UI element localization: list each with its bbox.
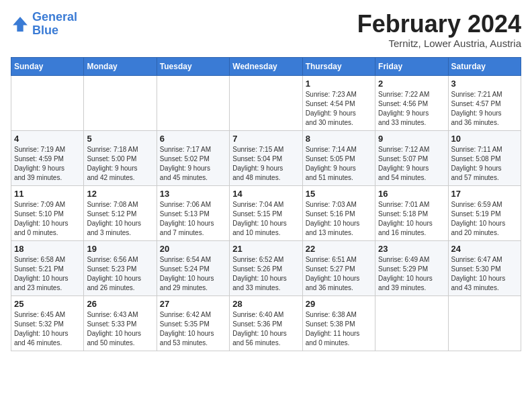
day-number: 23 [378,244,445,254]
day-info: Sunrise: 7:21 AM Sunset: 4:57 PM Dayligh… [451,90,518,128]
day-number: 19 [87,244,153,254]
day-cell [230,75,302,130]
day-cell: 15Sunrise: 7:03 AM Sunset: 5:16 PM Dayli… [302,185,375,240]
logo-text: General Blue [32,11,77,38]
day-info: Sunrise: 7:15 AM Sunset: 5:04 PM Dayligh… [232,145,299,183]
day-cell: 7Sunrise: 7:15 AM Sunset: 5:04 PM Daylig… [230,130,302,185]
day-number: 8 [306,134,372,144]
day-cell: 25Sunrise: 6:45 AM Sunset: 5:32 PM Dayli… [11,295,84,351]
day-number: 3 [451,79,518,89]
day-cell [84,75,157,130]
day-cell: 1Sunrise: 7:23 AM Sunset: 4:54 PM Daylig… [302,75,375,130]
day-cell [157,75,229,130]
day-info: Sunrise: 7:18 AM Sunset: 5:00 PM Dayligh… [87,145,153,183]
calendar-table: SundayMondayTuesdayWednesdayThursdayFrid… [11,57,521,351]
day-cell: 8Sunrise: 7:14 AM Sunset: 5:05 PM Daylig… [302,130,375,185]
week-row-5: 25Sunrise: 6:45 AM Sunset: 5:32 PM Dayli… [11,295,521,351]
day-cell: 20Sunrise: 6:54 AM Sunset: 5:24 PM Dayli… [157,240,229,295]
logo: General Blue [11,11,77,38]
header-cell-wednesday: Wednesday [230,57,302,75]
day-info: Sunrise: 6:58 AM Sunset: 5:21 PM Dayligh… [14,255,81,293]
day-cell: 14Sunrise: 7:04 AM Sunset: 5:15 PM Dayli… [230,185,302,240]
day-cell: 6Sunrise: 7:17 AM Sunset: 5:02 PM Daylig… [157,130,229,185]
day-cell: 24Sunrise: 6:47 AM Sunset: 5:30 PM Dayli… [448,240,521,295]
day-cell: 27Sunrise: 6:42 AM Sunset: 5:35 PM Dayli… [157,295,229,351]
header-cell-monday: Monday [84,57,157,75]
day-number: 6 [160,134,226,144]
header-cell-sunday: Sunday [11,57,84,75]
day-cell: 23Sunrise: 6:49 AM Sunset: 5:29 PM Dayli… [375,240,448,295]
day-number: 12 [87,189,153,199]
day-number: 13 [160,189,226,199]
day-cell: 28Sunrise: 6:40 AM Sunset: 5:36 PM Dayli… [230,295,302,351]
day-number: 20 [160,244,226,254]
day-info: Sunrise: 7:19 AM Sunset: 4:59 PM Dayligh… [14,145,81,183]
day-cell: 29Sunrise: 6:38 AM Sunset: 5:38 PM Dayli… [302,295,375,351]
day-info: Sunrise: 7:22 AM Sunset: 4:56 PM Dayligh… [378,90,445,128]
day-cell [448,295,521,351]
day-cell [11,75,84,130]
day-cell [375,295,448,351]
day-info: Sunrise: 7:06 AM Sunset: 5:13 PM Dayligh… [160,200,226,238]
day-number: 29 [306,299,372,309]
day-number: 15 [306,189,372,199]
day-info: Sunrise: 6:42 AM Sunset: 5:35 PM Dayligh… [160,310,226,348]
day-number: 1 [306,79,372,89]
day-cell: 19Sunrise: 6:56 AM Sunset: 5:23 PM Dayli… [84,240,157,295]
day-info: Sunrise: 6:52 AM Sunset: 5:26 PM Dayligh… [232,255,299,293]
week-row-3: 11Sunrise: 7:09 AM Sunset: 5:10 PM Dayli… [11,185,521,240]
day-info: Sunrise: 7:03 AM Sunset: 5:16 PM Dayligh… [306,200,372,238]
week-row-1: 1Sunrise: 7:23 AM Sunset: 4:54 PM Daylig… [11,75,521,130]
day-number: 9 [378,134,445,144]
day-number: 7 [232,134,299,144]
title-area: February 2024 Ternitz, Lower Austria, Au… [357,11,521,49]
day-cell: 22Sunrise: 6:51 AM Sunset: 5:27 PM Dayli… [302,240,375,295]
day-info: Sunrise: 7:11 AM Sunset: 5:08 PM Dayligh… [451,145,518,183]
day-number: 16 [378,189,445,199]
day-number: 24 [451,244,518,254]
day-info: Sunrise: 7:09 AM Sunset: 5:10 PM Dayligh… [14,200,81,238]
day-number: 5 [87,134,153,144]
day-number: 25 [14,299,81,309]
day-info: Sunrise: 6:49 AM Sunset: 5:29 PM Dayligh… [378,255,445,293]
header-cell-tuesday: Tuesday [157,57,229,75]
day-cell: 12Sunrise: 7:08 AM Sunset: 5:12 PM Dayli… [84,185,157,240]
day-info: Sunrise: 7:01 AM Sunset: 5:18 PM Dayligh… [378,200,445,238]
logo-line1: General [32,10,77,24]
day-number: 27 [160,299,226,309]
day-info: Sunrise: 6:51 AM Sunset: 5:27 PM Dayligh… [306,255,372,293]
day-cell: 16Sunrise: 7:01 AM Sunset: 5:18 PM Dayli… [375,185,448,240]
day-cell: 13Sunrise: 7:06 AM Sunset: 5:13 PM Dayli… [157,185,229,240]
day-number: 11 [14,189,81,199]
day-cell: 10Sunrise: 7:11 AM Sunset: 5:08 PM Dayli… [448,130,521,185]
day-number: 22 [306,244,372,254]
header-cell-thursday: Thursday [302,57,375,75]
day-number: 18 [14,244,81,254]
day-number: 28 [232,299,299,309]
day-number: 17 [451,189,518,199]
day-info: Sunrise: 6:38 AM Sunset: 5:38 PM Dayligh… [306,310,372,348]
day-info: Sunrise: 7:08 AM Sunset: 5:12 PM Dayligh… [87,200,153,238]
day-cell: 5Sunrise: 7:18 AM Sunset: 5:00 PM Daylig… [84,130,157,185]
svg-marker-0 [13,17,28,32]
day-info: Sunrise: 7:17 AM Sunset: 5:02 PM Dayligh… [160,145,226,183]
day-info: Sunrise: 7:23 AM Sunset: 4:54 PM Dayligh… [306,90,372,128]
day-cell: 11Sunrise: 7:09 AM Sunset: 5:10 PM Dayli… [11,185,84,240]
day-info: Sunrise: 6:59 AM Sunset: 5:19 PM Dayligh… [451,200,518,238]
calendar-header-row: SundayMondayTuesdayWednesdayThursdayFrid… [11,57,521,75]
logo-icon [11,15,30,34]
header-cell-friday: Friday [375,57,448,75]
day-cell: 3Sunrise: 7:21 AM Sunset: 4:57 PM Daylig… [448,75,521,130]
day-cell: 26Sunrise: 6:43 AM Sunset: 5:33 PM Dayli… [84,295,157,351]
day-cell: 9Sunrise: 7:12 AM Sunset: 5:07 PM Daylig… [375,130,448,185]
calendar-title: February 2024 [357,11,521,38]
day-number: 10 [451,134,518,144]
day-number: 14 [232,189,299,199]
day-cell: 18Sunrise: 6:58 AM Sunset: 5:21 PM Dayli… [11,240,84,295]
day-cell: 21Sunrise: 6:52 AM Sunset: 5:26 PM Dayli… [230,240,302,295]
day-info: Sunrise: 6:56 AM Sunset: 5:23 PM Dayligh… [87,255,153,293]
day-number: 21 [232,244,299,254]
header: General Blue February 2024 Ternitz, Lowe… [11,11,521,49]
day-info: Sunrise: 7:14 AM Sunset: 5:05 PM Dayligh… [306,145,372,183]
day-info: Sunrise: 6:40 AM Sunset: 5:36 PM Dayligh… [232,310,299,348]
